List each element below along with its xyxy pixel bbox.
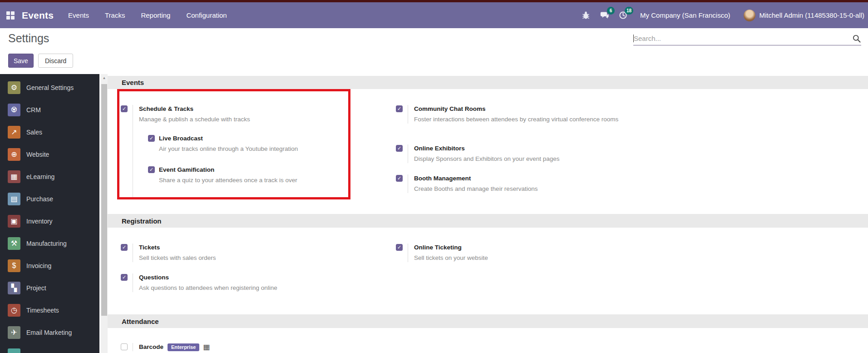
setting-schedule-tracks: ✓ Schedule & Tracks Manage & publish a s… (121, 105, 339, 197)
content-scrollbar[interactable]: ▲ (101, 74, 108, 353)
settings-content: Events ✓ Schedule & Tracks Manage & publ… (108, 74, 868, 353)
live-broadcast-desc: Air your tracks online through a Youtube… (159, 145, 339, 153)
section-header-registration: Registration (108, 214, 868, 228)
tickets-label[interactable]: Tickets (139, 244, 339, 252)
setting-booth-management: ✓ Booth Management Create Booths and man… (396, 174, 621, 193)
navbar-left: Events Events Tracks Reporting Configura… (0, 9, 228, 22)
event-gamification-label[interactable]: Event Gamification (159, 166, 214, 174)
inventory-icon: ▣ (8, 215, 20, 228)
company-switcher[interactable]: My Company (San Francisco) (640, 11, 730, 19)
booth-management-desc: Create Booths and manage their reservati… (414, 185, 621, 193)
questions-label[interactable]: Questions (139, 273, 339, 282)
online-exhibitors-checkbox[interactable]: ✓ (396, 145, 403, 152)
sidebar-item-manufacturing[interactable]: ⚒ Manufacturing (0, 232, 99, 254)
booth-management-checkbox[interactable]: ✓ (396, 175, 403, 182)
website-icon: ⊕ (8, 148, 20, 161)
navbar-right: 6 18 My Company (San Francisco) Mitchell… (572, 10, 868, 21)
menu-configuration[interactable]: Configuration (185, 9, 227, 22)
crm-icon: ♼ (8, 104, 20, 116)
sidebar-item-inventory[interactable]: ▣ Inventory (0, 210, 99, 232)
online-ticketing-checkbox[interactable]: ✓ (396, 244, 403, 251)
project-icon: ▚ (8, 282, 20, 294)
live-broadcast-checkbox[interactable]: ✓ (148, 135, 155, 142)
setting-live-broadcast: ✓ Live Broadcast Air your tracks online … (139, 134, 339, 153)
sidebar-item-crm[interactable]: ♼ CRM (0, 99, 99, 121)
online-exhibitors-desc: Display Sponsors and Exhibitors on your … (414, 155, 621, 163)
community-chat-rooms-desc: Foster interactions between attendees by… (414, 115, 621, 124)
questions-checkbox[interactable]: ✓ (121, 274, 128, 281)
discard-button[interactable]: Discard (38, 54, 73, 68)
sales-icon: ↗ (8, 126, 20, 139)
scrollbar-up-arrow[interactable]: ▲ (101, 76, 108, 80)
online-ticketing-label[interactable]: Online Ticketing (414, 244, 621, 252)
setting-online-ticketing: ✓ Online Ticketing Sell tickets on your … (396, 244, 621, 262)
setting-tickets: ✓ Tickets Sell tickets with sales orders (121, 244, 339, 262)
booth-management-label[interactable]: Booth Management (414, 174, 621, 183)
enterprise-badge: Enterprise (168, 343, 199, 351)
settings-sidebar: ⚙ General Settings ♼ CRM ↗ Sales ⊕ Websi… (0, 74, 99, 353)
setting-online-exhibitors: ✓ Online Exhibitors Display Sponsors and… (396, 144, 621, 163)
menu-tracks[interactable]: Tracks (104, 9, 126, 22)
sidebar-item-project[interactable]: ▚ Project (0, 277, 99, 299)
sidebar-item-email-marketing[interactable]: ✈ Email Marketing (0, 321, 99, 343)
search-box[interactable] (633, 32, 861, 45)
messages-icon[interactable]: 6 (599, 10, 610, 21)
menu-events[interactable]: Events (67, 9, 90, 22)
partial-app-icon (8, 348, 20, 353)
section-header-events: Events (108, 76, 868, 89)
activities-badge: 18 (625, 7, 633, 15)
setting-barcode: Barcode Enterprise ▦ (121, 343, 339, 351)
questions-desc: Ask questions to attendees when register… (139, 284, 339, 292)
online-exhibitors-label[interactable]: Online Exhibitors (414, 144, 621, 153)
schedule-tracks-checkbox[interactable]: ✓ (121, 105, 128, 112)
setting-questions: ✓ Questions Ask questions to attendees w… (121, 273, 339, 292)
sidebar-item-general-settings[interactable]: ⚙ General Settings (0, 76, 99, 99)
timesheets-icon: ◷ (8, 304, 20, 317)
search-icon[interactable] (852, 34, 861, 43)
sidebar-item-timesheets[interactable]: ◷ Timesheets (0, 299, 99, 321)
user-avatar[interactable] (744, 10, 755, 21)
sidebar-item-elearning[interactable]: ▦ eLearning (0, 165, 99, 188)
main-menu: Events Tracks Reporting Configuration (67, 9, 228, 22)
setting-community-chat-rooms: ✓ Community Chat Rooms Foster interactio… (396, 105, 621, 124)
manufacturing-icon: ⚒ (8, 237, 20, 250)
sidebar-item-website[interactable]: ⊕ Website (0, 143, 99, 165)
purchase-icon: ▤ (8, 193, 20, 205)
sidebar-item-sales[interactable]: ↗ Sales (0, 121, 99, 143)
control-panel: Settings Save Discard (0, 28, 868, 74)
online-ticketing-desc: Sell tickets on your website (414, 254, 621, 262)
setting-event-gamification: ✓ Event Gamification Share a quiz to you… (139, 166, 339, 184)
barcode-checkbox[interactable] (121, 343, 128, 350)
save-button[interactable]: Save (8, 54, 34, 68)
top-maroon-strip (0, 0, 868, 2)
section-header-attendance: Attendance (108, 314, 868, 328)
general-settings-icon: ⚙ (8, 81, 20, 94)
email-marketing-icon: ✈ (8, 326, 20, 339)
search-input[interactable] (634, 35, 852, 42)
top-navbar: Events Events Tracks Reporting Configura… (0, 2, 868, 28)
app-brand[interactable]: Events (22, 10, 54, 21)
apps-grid-icon[interactable] (6, 11, 15, 20)
event-gamification-checkbox[interactable]: ✓ (148, 166, 155, 173)
tickets-checkbox[interactable]: ✓ (121, 244, 128, 251)
odoo-settings-screen: Events Events Tracks Reporting Configura… (0, 0, 868, 353)
scrollbar-thumb[interactable] (101, 84, 107, 316)
community-chat-rooms-checkbox[interactable]: ✓ (396, 105, 403, 112)
control-panel-buttons: Save Discard (8, 54, 73, 68)
debug-bug-icon[interactable] (580, 10, 591, 21)
settings-body: ⚙ General Settings ♼ CRM ↗ Sales ⊕ Websi… (0, 74, 868, 353)
barcode-label[interactable]: Barcode (139, 343, 163, 351)
invoicing-icon: $ (8, 259, 20, 272)
elearning-icon: ▦ (8, 170, 20, 183)
community-chat-rooms-label[interactable]: Community Chat Rooms (414, 105, 621, 113)
live-broadcast-label[interactable]: Live Broadcast (159, 134, 203, 143)
schedule-tracks-label[interactable]: Schedule & Tracks (139, 105, 339, 113)
sidebar-item-invoicing[interactable]: $ Invoicing (0, 254, 99, 277)
schedule-tracks-desc: Manage & publish a schedule with tracks (139, 115, 339, 124)
activities-clock-icon[interactable]: 18 (617, 10, 628, 21)
sidebar-item-purchase[interactable]: ▤ Purchase (0, 188, 99, 210)
upgrade-icon[interactable]: ▦ (203, 343, 210, 351)
user-menu[interactable]: Mitchell Admin (11485380-15-0-all) (759, 11, 864, 19)
menu-reporting[interactable]: Reporting (140, 9, 171, 22)
sidebar-item-partial[interactable] (0, 343, 99, 353)
